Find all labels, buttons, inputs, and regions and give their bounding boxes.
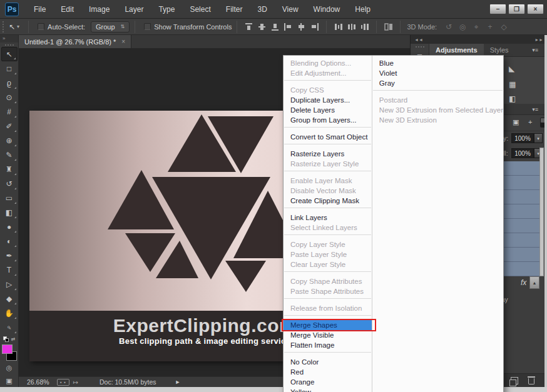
quick-mask-icon[interactable]: ◎ [1, 362, 18, 374]
swap-colors-icon[interactable]: ⇄ [11, 336, 16, 342]
minimize-button[interactable]: – [489, 4, 506, 14]
collapse-panels-icon[interactable]: ►► [534, 38, 543, 42]
fx-label[interactable]: fx [521, 278, 526, 287]
close-button[interactable]: × [527, 4, 544, 14]
toolbar-grip[interactable] [5, 44, 14, 46]
delete-layer-icon[interactable] [528, 378, 534, 384]
menu-item[interactable]: Window [306, 3, 348, 16]
blur-tool[interactable]: ● [1, 219, 18, 234]
distribute-right-edges-icon[interactable] [359, 22, 370, 32]
context-menu-item[interactable] [284, 315, 372, 320]
zoom-tool[interactable]: ♀ [1, 320, 18, 334]
context-menu-item[interactable]: Orange [284, 377, 372, 387]
history-brush-tool[interactable]: ↺ [1, 176, 18, 191]
context-menu-item[interactable] [284, 144, 372, 149]
move-tool[interactable]: ↖ [1, 47, 18, 61]
zoom-level-field[interactable]: 26.68% [27, 378, 49, 386]
align-horizontal-centers-icon[interactable] [296, 22, 307, 32]
context-menu-item[interactable] [284, 352, 372, 357]
context-menu-item[interactable]: Duplicate Layers... [284, 95, 372, 105]
opacity-dropdown-icon[interactable]: ▾ [534, 133, 543, 143]
layers-menu-icon[interactable]: ▾≡ [532, 106, 543, 113]
context-menu-item[interactable]: Group from Layers... [284, 115, 372, 125]
hand-tool[interactable]: ✋ [1, 306, 18, 320]
dodge-tool[interactable]: ◐ [1, 234, 18, 248]
group-select[interactable]: Group ⇅ [91, 21, 130, 33]
crop-tool[interactable]: # [1, 104, 18, 119]
share-icon[interactable]: ↦ [73, 379, 78, 386]
panel-tab[interactable]: Styles [484, 44, 515, 56]
rectangular-marquee-tool[interactable]: □ [1, 61, 18, 76]
menu-item[interactable]: Image [81, 3, 117, 16]
context-menu-item[interactable]: Flatten Image [284, 340, 372, 350]
show-transform-checkbox[interactable] [144, 23, 151, 30]
lasso-tool[interactable]: ϱ [1, 76, 18, 90]
context-menu-item[interactable]: No Color [284, 357, 372, 367]
layer-row-selected[interactable] [503, 233, 543, 248]
layer-row-selected[interactable] [503, 219, 543, 233]
context-menu-item[interactable] [284, 127, 372, 132]
menu-item[interactable]: Help [347, 3, 378, 16]
menu-item[interactable]: 3D [250, 3, 274, 16]
context-menu-item[interactable]: Merge Shapes [284, 320, 372, 330]
auto-align-layers-icon[interactable] [383, 22, 394, 32]
menu-item[interactable]: Edit [53, 3, 81, 16]
fill-field[interactable]: 100% [511, 148, 534, 158]
layer-row-selected[interactable] [503, 262, 543, 276]
move-tool-option-icon[interactable]: ↖▾ [9, 23, 19, 31]
context-menu-item[interactable] [284, 208, 372, 213]
context-menu-item[interactable] [372, 90, 503, 95]
context-menu-item[interactable]: Convert to Smart Object [284, 132, 372, 142]
adjustment-icon[interactable]: ◧ [509, 94, 516, 103]
menu-item[interactable]: Select [182, 3, 218, 16]
dock-grip[interactable] [416, 46, 424, 48]
layers-scrollbar[interactable] [539, 148, 544, 276]
align-left-edges-icon[interactable] [283, 22, 294, 32]
context-menu-item[interactable]: Yellow [284, 387, 372, 392]
context-menu-item[interactable]: Delete Layers [284, 105, 372, 115]
panel-tab[interactable]: Adjustments [429, 44, 484, 56]
layer-row-selected[interactable] [503, 161, 543, 176]
distribute-horizontal-centers-icon[interactable] [346, 22, 357, 32]
document-tab[interactable]: Untitled-1 @ 26.7% (RGB/8) * × [19, 35, 131, 48]
expand-panels-icon[interactable]: ◄◄ [414, 38, 423, 42]
tab-close-icon[interactable]: × [121, 38, 125, 45]
eraser-tool[interactable]: ▭ [1, 191, 18, 205]
opacity-field[interactable]: 100% [511, 133, 534, 143]
status-options-arrow-icon[interactable]: ► [175, 379, 180, 385]
context-menu-item[interactable]: Red [284, 367, 372, 377]
align-top-edges-icon[interactable] [243, 22, 254, 32]
layer-row-selected[interactable] [503, 176, 543, 190]
quick-selection-tool[interactable]: ⊙ [1, 90, 18, 104]
adjustment-icon[interactable]: ◣ [509, 64, 514, 73]
type-tool[interactable]: T [1, 263, 18, 277]
screen-mode-icon[interactable]: ▣ [1, 375, 18, 387]
menu-item[interactable]: Filter [218, 3, 250, 16]
3d-rotate-icon[interactable]: ↺ [443, 23, 454, 31]
healing-brush-tool[interactable]: ⊕ [1, 133, 18, 148]
context-menu-item[interactable] [284, 80, 372, 85]
clone-stamp-tool[interactable]: ♜ [1, 162, 18, 176]
lock-position-icon[interactable]: + [528, 118, 532, 126]
scroll-up-icon[interactable]: ▲ [529, 276, 539, 289]
layer-row-selected[interactable] [503, 190, 543, 204]
brush-tool[interactable]: ✎ [1, 148, 18, 162]
shape-tool[interactable]: ◆ [1, 291, 18, 306]
context-menu-item[interactable] [284, 298, 372, 303]
menu-item[interactable]: Layer [117, 3, 151, 16]
context-menu-item[interactable] [284, 234, 372, 239]
path-selection-tool[interactable]: ▷ [1, 277, 18, 291]
toolbar-collapse-icon[interactable]: » [0, 35, 18, 43]
default-colors-icon[interactable] [3, 336, 9, 342]
context-menu-item[interactable]: Blue [372, 58, 503, 68]
menu-item[interactable]: File [26, 3, 53, 16]
3d-drag-icon[interactable]: ⌖ [471, 23, 482, 31]
eyedropper-tool[interactable]: ✐ [1, 119, 18, 133]
auto-select-checkbox[interactable] [38, 23, 44, 30]
context-menu-item[interactable]: Merge Visible [284, 330, 372, 340]
foreground-color-swatch[interactable] [2, 344, 13, 354]
options-grip[interactable] [3, 21, 4, 33]
layer-row-selected[interactable] [503, 204, 543, 219]
mini-bridge-icon[interactable]: ● ● [57, 379, 69, 386]
align-bottom-edges-icon[interactable] [270, 22, 280, 32]
